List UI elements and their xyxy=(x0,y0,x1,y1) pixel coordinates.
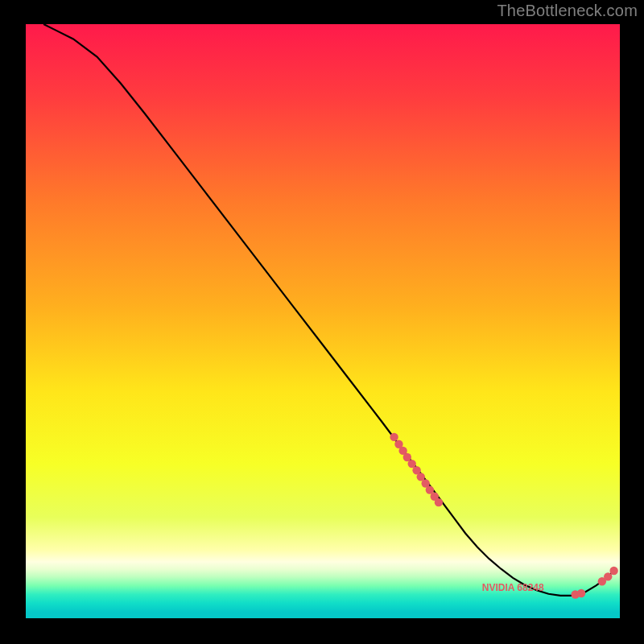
data-point xyxy=(604,572,612,580)
bottom-series-label: NVIDIA 68248 xyxy=(482,582,544,593)
data-point xyxy=(577,589,585,597)
watermark-text: TheBottleneck.com xyxy=(497,2,638,20)
gradient-background xyxy=(26,24,620,618)
chart-svg: NVIDIA 68248 xyxy=(26,24,620,618)
chart-container: TheBottleneck.com NVIDIA 68248 xyxy=(0,0,644,644)
data-point xyxy=(390,433,398,441)
data-point xyxy=(609,567,617,575)
plot-area: NVIDIA 68248 xyxy=(26,24,620,618)
data-point xyxy=(435,498,443,506)
